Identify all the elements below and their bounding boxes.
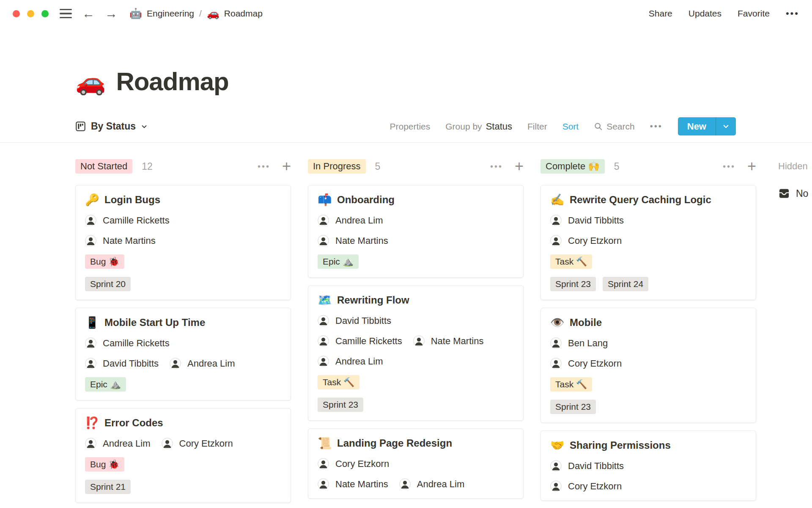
forward-arrow-icon[interactable]: → bbox=[105, 7, 118, 20]
person-name: Andrea Lim bbox=[417, 479, 465, 490]
tag-task: Task 🔨 bbox=[318, 375, 359, 389]
card-error-codes[interactable]: ⁉️ Error Codes Andrea Lim Cory Etzkorn B… bbox=[75, 408, 291, 503]
share-button[interactable]: Share bbox=[649, 8, 672, 19]
person-name: Cory Etzkorn bbox=[335, 458, 389, 469]
page-title[interactable]: Roadmap bbox=[116, 67, 228, 96]
chevron-down-icon bbox=[722, 123, 730, 130]
column-status-badge[interactable]: Complete 🙌 bbox=[540, 159, 605, 174]
card-title: Landing Page Redesign bbox=[337, 437, 452, 449]
tag-bug: Bug 🐞 bbox=[85, 457, 124, 472]
column-status-badge[interactable]: In Progress bbox=[308, 159, 366, 174]
avatar bbox=[85, 337, 96, 349]
card-rewrite-query-caching-logic[interactable]: ✍️ Rewrite Query Caching Logic David Tib… bbox=[540, 185, 756, 300]
avatar bbox=[550, 215, 562, 226]
add-card-icon[interactable]: + bbox=[747, 159, 756, 174]
person-name: Camille Ricketts bbox=[335, 336, 402, 347]
page-icon-car[interactable]: 🚗 bbox=[75, 69, 106, 94]
tag-sprint: Sprint 24 bbox=[603, 277, 648, 291]
avatar bbox=[318, 215, 329, 226]
person-name: David Tibbitts bbox=[568, 215, 624, 226]
breadcrumb-item-roadmap[interactable]: 🚗 Roadmap bbox=[207, 8, 263, 19]
properties-button[interactable]: Properties bbox=[390, 121, 431, 132]
person-name: Cory Etzkorn bbox=[568, 358, 622, 369]
card-mobile[interactable]: 👁️ Mobile Ben Lang Cory Etzkorn Task 🔨 S… bbox=[540, 308, 756, 423]
column-status-badge[interactable]: Not Started bbox=[75, 159, 132, 174]
traffic-lights bbox=[13, 10, 49, 17]
sidebar-menu-icon[interactable] bbox=[60, 9, 72, 19]
hidden-groups-section: Hidden No bbox=[778, 158, 812, 199]
card-rewriting-flow[interactable]: 🗺️ Rewriting Flow David Tibbitts Camille… bbox=[308, 285, 524, 421]
person-row: Andrea Lim bbox=[318, 356, 514, 367]
hidden-groups-toggle[interactable]: Hidden bbox=[778, 158, 812, 175]
filter-button[interactable]: Filter bbox=[527, 121, 547, 132]
person-row: David Tibbitts Andrea Lim bbox=[85, 358, 281, 369]
hidden-group-no-status[interactable]: No bbox=[778, 188, 812, 199]
person-name: Camille Ricketts bbox=[103, 338, 170, 349]
column-more-icon[interactable]: ••• bbox=[723, 162, 735, 171]
avatar bbox=[550, 235, 562, 246]
breadcrumb-label: Engineering bbox=[147, 8, 194, 19]
group-by-value: Status bbox=[486, 121, 512, 132]
zoom-window-button[interactable] bbox=[41, 10, 49, 17]
writing-hand-icon: ✍️ bbox=[550, 194, 563, 206]
more-options-icon[interactable]: ••• bbox=[786, 8, 799, 19]
avatar bbox=[413, 335, 425, 347]
card-onboarding[interactable]: 📫 Onboarding Andrea Lim Nate Martins Epi… bbox=[308, 185, 524, 278]
person-row: Camille Ricketts bbox=[85, 215, 281, 226]
page-title-row: 🚗 Roadmap bbox=[0, 27, 812, 96]
new-button-label[interactable]: New bbox=[678, 117, 716, 135]
favorite-button[interactable]: Favorite bbox=[738, 8, 770, 19]
avatar bbox=[318, 235, 329, 246]
new-button-dropdown[interactable] bbox=[716, 117, 736, 135]
column-count: 5 bbox=[375, 161, 381, 172]
eye-icon: 👁️ bbox=[550, 317, 563, 329]
column-complete: Complete 🙌 5 ••• + ✍️ Rewrite Query Cach… bbox=[540, 158, 756, 501]
search-icon bbox=[594, 122, 603, 131]
minimize-window-button[interactable] bbox=[27, 10, 34, 17]
column-not-started: Not Started 12 ••• + 🔑 Login Bugs Camill… bbox=[75, 158, 291, 503]
updates-button[interactable]: Updates bbox=[689, 8, 721, 19]
car-icon: 🚗 bbox=[207, 8, 219, 19]
sort-button[interactable]: Sort bbox=[562, 121, 579, 132]
close-window-button[interactable] bbox=[13, 10, 20, 17]
group-by-button[interactable]: Group by Status bbox=[445, 121, 512, 132]
card-title: Sharing Permissions bbox=[570, 439, 671, 451]
person-name: David Tibbitts bbox=[103, 358, 159, 369]
person-name: Andrea Lim bbox=[187, 358, 235, 369]
card-login-bugs[interactable]: 🔑 Login Bugs Camille Ricketts Nate Marti… bbox=[75, 185, 291, 300]
toolbar-more-icon[interactable]: ••• bbox=[650, 121, 663, 131]
tag-bug: Bug 🐞 bbox=[85, 254, 124, 269]
person-row: David Tibbitts bbox=[318, 315, 514, 326]
card-mobile-start-up-time[interactable]: 📱 Mobile Start Up Time Camille Ricketts … bbox=[75, 308, 291, 400]
chevron-down-icon bbox=[141, 123, 148, 130]
tag-sprint: Sprint 23 bbox=[550, 400, 596, 414]
avatar bbox=[550, 358, 562, 369]
new-button[interactable]: New bbox=[678, 117, 736, 135]
inbox-tray-icon bbox=[778, 188, 790, 199]
card-title: Rewrite Query Caching Logic bbox=[570, 194, 711, 206]
back-arrow-icon[interactable]: ← bbox=[82, 7, 95, 20]
person-name: Andrea Lim bbox=[103, 438, 151, 449]
person-row: Camille Ricketts Nate Martins bbox=[318, 335, 514, 347]
view-selector-by-status[interactable]: By Status bbox=[75, 121, 148, 132]
window-topbar: ← → 🤖 Engineering / 🚗 Roadmap Share Upda… bbox=[0, 0, 812, 27]
person-row: Nate Martins Andrea Lim bbox=[318, 478, 514, 490]
add-card-icon[interactable]: + bbox=[282, 159, 291, 174]
world-map-icon: 🗺️ bbox=[318, 295, 330, 306]
avatar bbox=[85, 215, 96, 226]
avatar bbox=[318, 478, 329, 490]
card-landing-page-redesign[interactable]: 📜 Landing Page Redesign Cory Etzkorn Nat… bbox=[308, 428, 524, 499]
person-row: Nate Martins bbox=[85, 235, 281, 246]
avatar bbox=[85, 358, 96, 369]
search-button[interactable]: Search bbox=[594, 121, 635, 132]
person-row: David Tibbitts bbox=[550, 460, 746, 472]
person-row: Cory Etzkorn bbox=[550, 358, 746, 369]
breadcrumb-item-engineering[interactable]: 🤖 Engineering bbox=[129, 8, 194, 19]
robot-icon: 🤖 bbox=[129, 8, 142, 19]
kanban-board: Not Started 12 ••• + 🔑 Login Bugs Camill… bbox=[0, 143, 812, 503]
scroll-icon: 📜 bbox=[318, 438, 330, 449]
card-sharing-permissions[interactable]: 🤝 Sharing Permissions David Tibbitts Cor… bbox=[540, 431, 756, 501]
column-more-icon[interactable]: ••• bbox=[490, 162, 503, 171]
add-card-icon[interactable]: + bbox=[515, 159, 524, 174]
column-more-icon[interactable]: ••• bbox=[258, 162, 270, 171]
